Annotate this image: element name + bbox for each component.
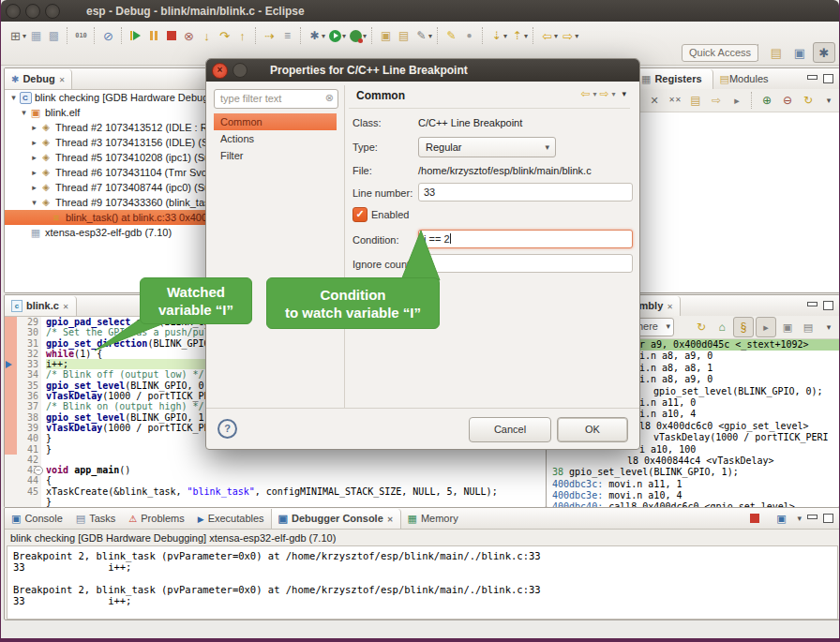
highlight-icon[interactable]: ✎: [442, 26, 460, 45]
chevron-down-icon[interactable]: ▾: [592, 90, 596, 98]
view-menu-icon[interactable]: ▾: [819, 318, 838, 336]
save-all-icon[interactable]: ▩: [45, 26, 63, 45]
tree-expander-icon[interactable]: ▸: [29, 165, 39, 180]
home-icon[interactable]: ⌂: [712, 318, 731, 336]
view-menu-icon[interactable]: ▾: [622, 89, 626, 98]
annotation-ruler[interactable]: [5, 381, 17, 391]
terminate-icon[interactable]: [745, 509, 764, 528]
maximize-icon[interactable]: [823, 514, 833, 523]
terminate-icon[interactable]: [162, 26, 180, 45]
close-icon[interactable]: ✕: [667, 300, 673, 311]
tab-debug[interactable]: ✱ Debug ✕: [5, 69, 72, 89]
minimize-icon[interactable]: [807, 515, 818, 519]
annotation-ruler[interactable]: [5, 433, 17, 443]
debug-tree-item[interactable]: ▸◈Thread #2 1073413512 (IDLE : Runn: [5, 120, 210, 135]
back-icon[interactable]: ⇦: [538, 26, 556, 45]
annotation-ruler[interactable]: [5, 412, 17, 423]
annotation-ruler[interactable]: [5, 455, 17, 465]
show-filters-icon[interactable]: ≡: [278, 26, 296, 45]
refresh-icon[interactable]: ↻: [799, 91, 818, 110]
remove-all-registers-icon[interactable]: ✕✕: [666, 91, 684, 110]
pin-view-icon[interactable]: ▤: [799, 318, 818, 336]
select-icon[interactable]: ▸: [728, 91, 746, 110]
track-expression-icon[interactable]: ▸: [756, 317, 776, 337]
tree-expander-icon[interactable]: ▸: [29, 180, 39, 195]
debug-icon[interactable]: ✱: [306, 26, 323, 45]
forward-icon[interactable]: ⇨: [559, 26, 577, 45]
debug-tree-item[interactable]: ▸◈Thread #3 1073413156 (IDLE) (Susp: [5, 135, 210, 150]
dialog-nav-actions[interactable]: Actions: [214, 130, 337, 147]
display-selected-console-icon[interactable]: ▣: [772, 509, 790, 528]
cpp-perspective-icon[interactable]: ▣: [789, 43, 810, 62]
chevron-down-icon[interactable]: ▾: [611, 90, 615, 98]
maximize-icon[interactable]: [823, 74, 833, 83]
run-icon[interactable]: [326, 26, 344, 45]
open-perspective-icon[interactable]: ▤: [766, 43, 787, 62]
tab-executables[interactable]: ▶Executables: [191, 509, 271, 529]
annotation-ruler[interactable]: [5, 359, 17, 369]
annotation-ruler[interactable]: [5, 338, 17, 349]
disconnect-icon[interactable]: ⊗: [180, 26, 198, 45]
tree-expander-icon[interactable]: ▾: [29, 195, 39, 210]
back-icon[interactable]: ⇦: [580, 87, 590, 100]
annotation-ruler[interactable]: [5, 497, 17, 507]
help-button[interactable]: ?: [218, 419, 237, 439]
expand-all-icon[interactable]: ⊕: [758, 91, 776, 110]
tab-debugger-console[interactable]: ▣Debugger Console✕: [271, 509, 401, 529]
collapse-all-icon[interactable]: ⊖: [778, 91, 797, 110]
annotation-ruler[interactable]: [5, 327, 17, 337]
remove-register-icon[interactable]: ✕: [645, 91, 664, 110]
binary-icon[interactable]: 010: [72, 26, 90, 45]
debug-tree-item[interactable]: ▾◈Thread #9 1073433360 (blink_task :: [5, 195, 210, 210]
annotation-ruler[interactable]: [5, 444, 17, 455]
pencil-icon[interactable]: ✎: [412, 26, 430, 45]
annotation-ruler[interactable]: [5, 317, 17, 327]
annotation-ruler[interactable]: [5, 475, 17, 485]
debug-tree-item[interactable]: ▸◈Thread #5 1073410208 (ipc1) (Susp: [5, 150, 210, 165]
window-close-icon[interactable]: [6, 4, 21, 19]
window-minimize-icon[interactable]: [25, 4, 40, 19]
dialog-maximize-icon[interactable]: [232, 63, 248, 78]
dialog-nav-common[interactable]: Common: [214, 113, 337, 130]
annotation-ruler[interactable]: [5, 486, 17, 497]
annotation-ruler[interactable]: [5, 391, 17, 401]
dialog-close-icon[interactable]: ×: [212, 63, 228, 79]
debug-perspective-icon[interactable]: ✱: [813, 42, 835, 63]
annotation-ruler[interactable]: [5, 369, 17, 380]
clear-filter-icon[interactable]: ⊗: [325, 92, 334, 104]
open-folder-icon[interactable]: ▣: [377, 26, 395, 45]
console-output[interactable]: Breakpoint 2, blink_task (pvParameter=0x…: [7, 545, 838, 620]
tab-console[interactable]: ▣Console: [5, 509, 69, 529]
debug-tree-item[interactable]: ▾Cblink checking [GDB Hardware Debug: [5, 90, 210, 105]
open-new-view-icon[interactable]: ▣: [778, 318, 797, 336]
debug-tree-item[interactable]: ≡blink_task() at blink.c:33 0x400db: [5, 210, 210, 225]
tab-memory[interactable]: ▦Memory: [401, 509, 465, 529]
link-debug-context-icon[interactable]: §: [733, 317, 754, 337]
filter-input[interactable]: type filter text ⊗: [214, 89, 338, 109]
refresh-view-icon[interactable]: ↻: [692, 318, 711, 336]
step-into-icon[interactable]: ↓: [198, 26, 216, 45]
open-project-icon[interactable]: ▤: [395, 26, 412, 45]
tab-registers[interactable]: ▦ Registers: [635, 69, 713, 89]
save-icon[interactable]: ▦: [27, 26, 45, 45]
skip-all-breakpoints-icon[interactable]: ⊘: [99, 26, 117, 45]
annotation-ruler[interactable]: [5, 465, 17, 475]
fold-icon[interactable]: −: [34, 466, 43, 475]
enabled-checkbox[interactable]: ✓: [352, 207, 368, 222]
debug-tree-item[interactable]: ▦xtensa-esp32-elf-gdb (7.10): [5, 225, 210, 240]
suspend-icon[interactable]: [144, 26, 162, 45]
coverage-icon[interactable]: [347, 26, 365, 45]
close-icon[interactable]: ✕: [63, 300, 69, 311]
annotation-ruler[interactable]: [5, 349, 17, 359]
window-maximize-icon[interactable]: [45, 4, 60, 19]
tab-modules[interactable]: ▤ Modules: [713, 69, 775, 89]
maximize-icon[interactable]: [823, 301, 833, 310]
prev-annotation-icon[interactable]: ⇡: [508, 26, 526, 45]
cancel-button[interactable]: Cancel: [469, 417, 551, 442]
new-wizard-icon[interactable]: ⊞: [7, 26, 24, 45]
close-icon[interactable]: ✕: [387, 513, 394, 524]
view-menu-icon[interactable]: ▾: [819, 91, 838, 110]
tab-problems[interactable]: ⚠Problems: [122, 509, 190, 529]
dialog-nav-filter[interactable]: Filter: [214, 147, 337, 164]
step-over-icon[interactable]: ↷: [216, 26, 233, 45]
